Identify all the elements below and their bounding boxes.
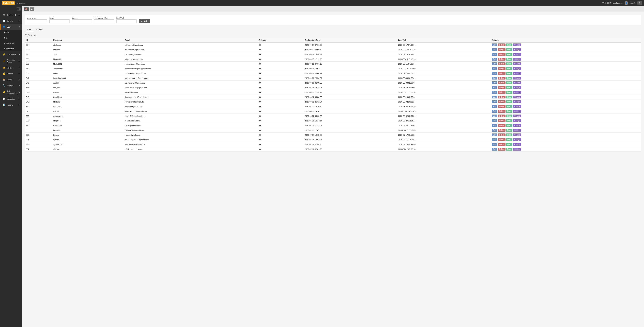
edit-button[interactable]: Edit	[492, 53, 497, 56]
edit-button[interactable]: Edit	[492, 124, 497, 127]
charge-button[interactable]: Charge	[513, 77, 521, 80]
charge-button[interactable]: Charge	[513, 86, 521, 89]
fund-button[interactable]: Fund	[506, 100, 512, 103]
charge-button[interactable]: Charge	[513, 119, 521, 122]
charge-button[interactable]: Charge	[513, 100, 521, 103]
edit-button[interactable]: Edit	[492, 129, 497, 132]
edit-button[interactable]: Edit	[492, 58, 497, 60]
sidebar-item-content[interactable]: 📄 Content ▶	[0, 18, 22, 24]
charge-button[interactable]: Charge	[513, 143, 521, 146]
charge-button[interactable]: Charge	[513, 124, 521, 127]
edit-button[interactable]: Edit	[492, 81, 497, 84]
fund-button[interactable]: Fund	[506, 105, 512, 108]
user-info[interactable]: 👤 admin1	[624, 1, 635, 5]
delete-button[interactable]: Delete	[498, 105, 506, 108]
charge-button[interactable]: Charge	[513, 58, 521, 60]
delete-button[interactable]: Delete	[498, 58, 506, 60]
sidebar-item-risk-management[interactable]: 🔑 Risk management ▶	[0, 88, 22, 96]
fund-button[interactable]: Fund	[506, 124, 512, 127]
charge-button[interactable]: Charge	[513, 44, 521, 46]
edit-button[interactable]: Edit	[492, 138, 497, 141]
delete-button[interactable]: Delete	[498, 48, 506, 51]
edit-button[interactable]: Edit	[492, 86, 497, 89]
fund-button[interactable]: Fund	[506, 72, 512, 75]
sidebar-item-prematch-events[interactable]: ⚡ Prematch Events ▶	[0, 57, 22, 65]
fund-button[interactable]: Fund	[506, 67, 512, 70]
fund-button[interactable]: Fund	[506, 129, 512, 132]
delete-button[interactable]: Delete	[498, 114, 506, 118]
charge-button[interactable]: Charge	[513, 96, 521, 98]
delete-button[interactable]: Delete	[498, 77, 506, 80]
delete-button[interactable]: Delete	[498, 148, 506, 150]
delete-button[interactable]: Delete	[498, 96, 506, 98]
email-input[interactable]	[50, 20, 70, 23]
edit-button[interactable]: Edit	[492, 119, 497, 122]
fund-button[interactable]: Fund	[506, 53, 512, 56]
fund-button[interactable]: Fund	[506, 91, 512, 94]
edit-button[interactable]: Edit	[492, 148, 497, 150]
charge-button[interactable]: Charge	[513, 114, 521, 118]
delete-button[interactable]: Delete	[498, 53, 506, 56]
logout-button[interactable]: ⏻	[637, 1, 642, 5]
sidebar-item-users-sub[interactable]: Users	[0, 30, 22, 35]
search-button[interactable]: Search	[139, 19, 150, 23]
edit-button[interactable]: Edit	[492, 62, 497, 65]
fund-button[interactable]: Fund	[506, 58, 512, 60]
sidebar-toggle-button[interactable]: ◀	[17, 8, 21, 11]
sidebar-item-dashboard[interactable]: ⊞ Dashboard ▶	[0, 12, 22, 18]
charge-button[interactable]: Charge	[513, 53, 521, 56]
fund-button[interactable]: Fund	[506, 119, 512, 122]
delete-button[interactable]: Delete	[498, 81, 506, 84]
sidebar-item-reports[interactable]: 📊 Reports ▶	[0, 102, 22, 108]
forward-button[interactable]: ▶	[30, 8, 34, 11]
delete-button[interactable]: Delete	[498, 86, 506, 89]
charge-button[interactable]: Charge	[513, 148, 521, 150]
sidebar-item-tickets[interactable]: 🎫 Tickets ▶	[0, 65, 22, 71]
edit-button[interactable]: Edit	[492, 105, 497, 108]
fund-button[interactable]: Fund	[506, 81, 512, 84]
tab-list[interactable]: List	[25, 27, 34, 32]
fund-button[interactable]: Fund	[506, 138, 512, 141]
delete-button[interactable]: Delete	[498, 124, 506, 127]
sidebar-item-live-events[interactable]: ⚡ Live Events ▶	[0, 52, 22, 57]
edit-button[interactable]: Edit	[492, 110, 497, 113]
edit-button[interactable]: Edit	[492, 77, 497, 80]
charge-button[interactable]: Charge	[513, 110, 521, 113]
delete-button[interactable]: Delete	[498, 44, 506, 46]
fund-button[interactable]: Fund	[506, 44, 512, 46]
balance-input[interactable]	[72, 20, 92, 23]
sidebar-item-marketing[interactable]: 💬 Marketing ▶	[0, 96, 22, 102]
sidebar-item-create-user[interactable]: Create user	[0, 40, 22, 46]
edit-button[interactable]: Edit	[492, 114, 497, 118]
charge-button[interactable]: Charge	[513, 105, 521, 108]
edit-button[interactable]: Edit	[492, 134, 497, 136]
sidebar-item-finance[interactable]: 💰 Finance ▶	[0, 71, 22, 77]
delete-button[interactable]: Delete	[498, 119, 506, 122]
edit-button[interactable]: Edit	[492, 72, 497, 75]
last-visit-input[interactable]	[116, 20, 137, 23]
reg-date-input[interactable]	[94, 20, 114, 23]
edit-button[interactable]: Edit	[492, 91, 497, 94]
fund-button[interactable]: Fund	[506, 148, 512, 150]
charge-button[interactable]: Charge	[513, 91, 521, 94]
sidebar-item-settings[interactable]: 🔧 Settings ▶	[0, 82, 22, 88]
charge-button[interactable]: Charge	[513, 72, 521, 75]
home-button[interactable]: 🏠	[24, 8, 29, 11]
delete-button[interactable]: Delete	[498, 143, 506, 146]
fund-button[interactable]: Fund	[506, 62, 512, 65]
fund-button[interactable]: Fund	[506, 114, 512, 118]
sidebar-item-users[interactable]: 👤 Users ▼	[0, 24, 22, 30]
username-input[interactable]	[27, 20, 47, 23]
fund-button[interactable]: Fund	[506, 77, 512, 80]
delete-button[interactable]: Delete	[498, 100, 506, 103]
sidebar-item-casino[interactable]: 🎰 Casino ▶	[0, 77, 22, 82]
sidebar-item-create-staff[interactable]: Create staff	[0, 46, 22, 52]
edit-button[interactable]: Edit	[492, 48, 497, 51]
delete-button[interactable]: Delete	[498, 110, 506, 113]
fund-button[interactable]: Fund	[506, 48, 512, 51]
delete-button[interactable]: Delete	[498, 138, 506, 141]
edit-button[interactable]: Edit	[492, 96, 497, 98]
delete-button[interactable]: Delete	[498, 67, 506, 70]
edit-button[interactable]: Edit	[492, 44, 497, 46]
charge-button[interactable]: Charge	[513, 129, 521, 132]
